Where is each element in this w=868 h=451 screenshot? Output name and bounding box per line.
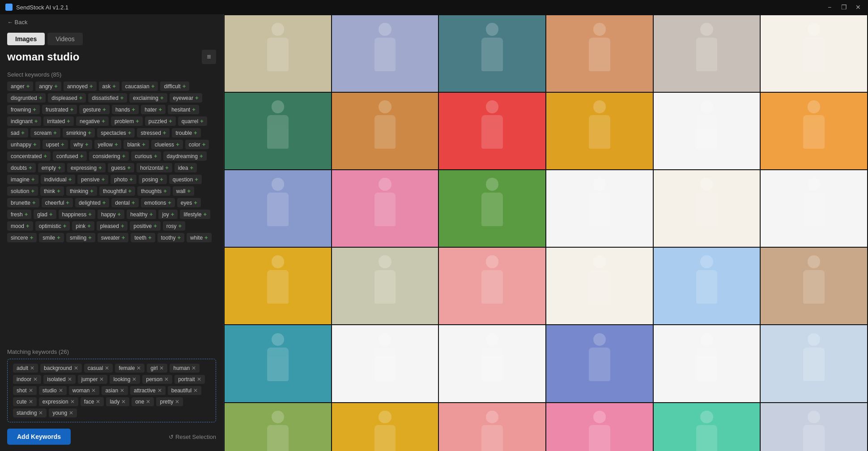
keyword-tag[interactable]: ask+ (99, 82, 119, 91)
matching-tag[interactable]: expression✕ (39, 397, 78, 406)
keyword-tag[interactable]: emotions+ (141, 198, 175, 207)
matching-tag[interactable]: human✕ (170, 364, 200, 373)
keyword-tag[interactable]: dental+ (111, 198, 138, 207)
matching-tag[interactable]: standing✕ (13, 408, 47, 417)
keyword-tag[interactable]: eyes+ (177, 198, 201, 207)
keyword-tag[interactable]: blank+ (123, 140, 149, 149)
tab-images[interactable]: Images (7, 33, 45, 45)
remove-keyword-icon[interactable]: ✕ (132, 376, 136, 382)
grid-cell[interactable] (332, 15, 438, 92)
keyword-tag[interactable]: sweater+ (98, 233, 129, 242)
keyword-tag[interactable]: yellow+ (94, 140, 122, 149)
keyword-tag[interactable]: indignant+ (7, 116, 41, 126)
keyword-tag[interactable]: confused+ (53, 151, 87, 161)
keyword-tag[interactable]: frowning+ (7, 105, 40, 114)
grid-cell[interactable] (546, 93, 653, 169)
matching-tag[interactable]: woman✕ (69, 386, 100, 395)
grid-cell[interactable] (546, 325, 653, 402)
keyword-tag[interactable]: color+ (185, 140, 209, 149)
remove-keyword-icon[interactable]: ✕ (59, 387, 63, 394)
keyword-tag[interactable]: doubts+ (7, 163, 36, 172)
keyword-tag[interactable]: pensive+ (77, 175, 108, 184)
keyword-tag[interactable]: dissatisfied+ (88, 93, 127, 103)
keyword-tag[interactable]: exclaiming+ (129, 93, 167, 103)
keyword-tag[interactable]: hater+ (141, 105, 166, 114)
remove-keyword-icon[interactable]: ✕ (69, 410, 73, 416)
keyword-tag[interactable]: trouble+ (172, 128, 200, 137)
keyword-tag[interactable]: gesture+ (79, 105, 110, 114)
remove-keyword-icon[interactable]: ✕ (193, 387, 198, 394)
remove-keyword-icon[interactable]: ✕ (175, 399, 179, 405)
grid-cell[interactable] (546, 170, 653, 247)
matching-tag[interactable]: attractive✕ (130, 386, 166, 395)
grid-cell[interactable] (225, 403, 331, 451)
grid-cell[interactable] (654, 93, 760, 169)
grid-cell[interactable] (761, 170, 867, 247)
keyword-tag[interactable]: photo+ (111, 175, 136, 184)
keyword-tag[interactable]: puzzled+ (145, 116, 176, 126)
grid-cell[interactable] (654, 403, 760, 451)
keyword-tag[interactable]: positive+ (130, 221, 160, 231)
keyword-tag[interactable]: empty+ (38, 163, 65, 172)
grid-cell[interactable] (761, 15, 867, 92)
grid-cell[interactable] (439, 93, 545, 169)
keyword-tag[interactable]: caucasian+ (122, 82, 158, 91)
keyword-tag[interactable]: problem+ (111, 116, 143, 126)
grid-cell[interactable] (332, 325, 438, 402)
remove-keyword-icon[interactable]: ✕ (146, 399, 150, 405)
matching-tag[interactable]: young✕ (49, 408, 77, 417)
grid-cell[interactable] (225, 170, 331, 247)
keyword-tag[interactable]: annoyed+ (64, 82, 97, 91)
filter-button[interactable]: ≡ (202, 50, 216, 64)
remove-keyword-icon[interactable]: ✕ (121, 399, 126, 405)
grid-cell[interactable] (654, 15, 760, 92)
keyword-tag[interactable]: negative+ (76, 116, 109, 126)
matching-tag[interactable]: girl✕ (147, 364, 167, 373)
keyword-tag[interactable]: smiling+ (66, 233, 95, 242)
matching-tag[interactable]: looking✕ (110, 375, 140, 384)
remove-keyword-icon[interactable]: ✕ (105, 365, 109, 371)
keyword-tag[interactable]: thoughtful+ (99, 186, 135, 196)
matching-tag[interactable]: beautiful✕ (168, 386, 201, 395)
remove-keyword-icon[interactable]: ✕ (96, 399, 100, 405)
keyword-tag[interactable]: happy+ (98, 210, 124, 219)
keyword-tag[interactable]: disgruntled+ (7, 93, 46, 103)
keyword-tag[interactable]: clueless+ (151, 140, 183, 149)
matching-tag[interactable]: studio✕ (39, 386, 67, 395)
remove-keyword-icon[interactable]: ✕ (91, 387, 96, 394)
keyword-tag[interactable]: wall+ (173, 186, 194, 196)
image-grid-container[interactable] (224, 14, 868, 451)
keyword-tag[interactable]: smile+ (39, 233, 64, 242)
keyword-tag[interactable]: spectacles+ (97, 128, 135, 137)
matching-tag[interactable]: casual✕ (84, 364, 113, 373)
keyword-tag[interactable]: pleased+ (97, 221, 128, 231)
keyword-tag[interactable]: thinking+ (66, 186, 97, 196)
grid-cell[interactable] (654, 248, 760, 324)
grid-cell[interactable] (439, 325, 545, 402)
grid-cell[interactable] (332, 403, 438, 451)
remove-keyword-icon[interactable]: ✕ (33, 376, 38, 382)
restore-button[interactable]: ❐ (839, 3, 848, 12)
keyword-tag[interactable]: brunette+ (7, 198, 39, 207)
grid-cell[interactable] (225, 93, 331, 169)
keyword-tag[interactable]: think+ (40, 186, 64, 196)
remove-keyword-icon[interactable]: ✕ (70, 399, 75, 405)
keyword-tag[interactable]: sad+ (7, 128, 28, 137)
keyword-tag[interactable]: imagine+ (7, 175, 38, 184)
keyword-tag[interactable]: optimistic+ (35, 221, 70, 231)
remove-keyword-icon[interactable]: ✕ (29, 387, 33, 394)
grid-cell[interactable] (225, 248, 331, 324)
back-button[interactable]: ← Back (0, 14, 223, 30)
keyword-tag[interactable]: toothy+ (157, 233, 184, 242)
keyword-tag[interactable]: mood+ (7, 221, 33, 231)
keyword-tag[interactable]: curious+ (131, 151, 161, 161)
keyword-tag[interactable]: angry+ (35, 82, 61, 91)
keyword-tag[interactable]: unhappy+ (7, 140, 40, 149)
keyword-tag[interactable]: rosy+ (163, 221, 185, 231)
keyword-tag[interactable]: hesitant+ (168, 105, 199, 114)
remove-keyword-icon[interactable]: ✕ (30, 365, 34, 371)
keyword-tag[interactable]: anger+ (7, 82, 33, 91)
grid-cell[interactable] (761, 248, 867, 324)
remove-keyword-icon[interactable]: ✕ (136, 365, 141, 371)
grid-cell[interactable] (439, 248, 545, 324)
